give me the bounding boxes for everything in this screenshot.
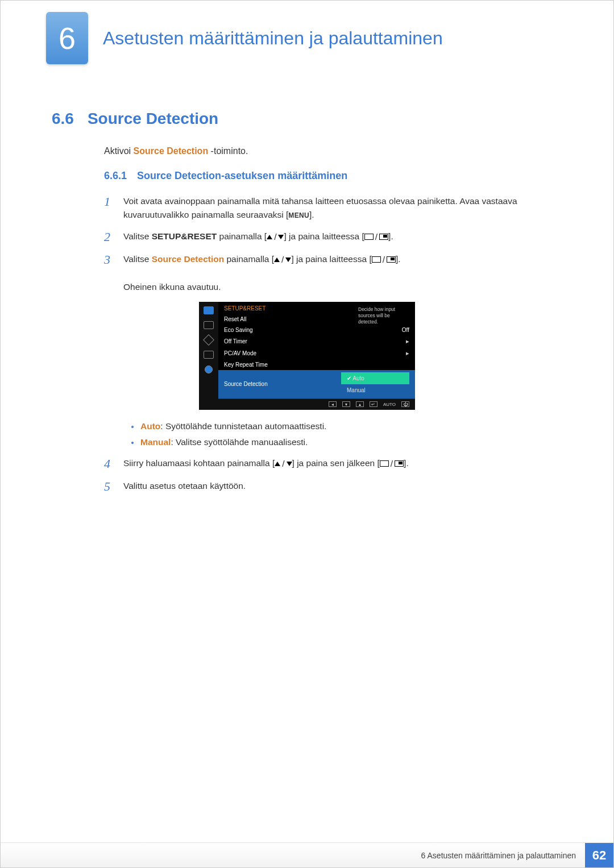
chapter-number-badge: 6 (46, 12, 88, 64)
osd-sidebar-icon (205, 366, 213, 373)
up-down-icon: / (267, 230, 284, 244)
osd-sidebar-icon (204, 306, 214, 314)
osd-row-offtimer: Off Timer▸ (218, 335, 415, 347)
bullet-manual: Manual: Valitse syöttölähde manuaalisest… (131, 437, 562, 447)
step-num-4: 4 (104, 456, 114, 471)
osd-power-icon: ⏻ (401, 401, 409, 407)
osd-auto-label: AUTO (383, 402, 396, 407)
step-3: 3 Valitse Source Detection painamalla [ … (104, 252, 562, 294)
intro-text: Aktivoi Source Detection -toiminto. (104, 146, 562, 156)
step-list-continued: 4 Siirry haluamaasi kohtaan painamalla [… (104, 456, 562, 494)
footer-chapter-label: 6 Asetusten määrittäminen ja palauttamin… (421, 851, 576, 860)
up-down-icon: / (274, 253, 291, 267)
osd-option-manual: Manual (341, 384, 409, 396)
osd-sidebar-icon (203, 334, 214, 346)
osd-nav-down-icon: ▾ (342, 401, 350, 407)
osd-nav-up-icon: ▴ (356, 401, 364, 407)
osd-row-source-detection: Source Detection Auto Manual (218, 370, 415, 398)
select-icon: / (364, 230, 388, 244)
osd-row-pcav: PC/AV Mode▸ (218, 347, 415, 359)
osd-submenu: Auto Manual (341, 372, 409, 396)
step-2: 2 Valitse SETUP&RESET painamalla [ / ] j… (104, 230, 562, 244)
select-icon: / (380, 457, 404, 471)
step-num-5: 5 (104, 479, 114, 494)
osd-sidebar (199, 302, 218, 410)
section-number: 6.6 (52, 110, 74, 128)
osd-row-eco: Eco SavingOff (218, 325, 415, 335)
option-bullets: Auto: Syöttölähde tunnistetaan automaatt… (131, 421, 562, 447)
page-footer: 6 Asetusten määrittäminen ja palauttamin… (1, 842, 613, 867)
select-icon: / (372, 253, 396, 267)
menu-label: MENU (288, 211, 309, 219)
chapter-title: Asetusten määrittäminen ja palauttaminen (103, 28, 443, 49)
subsection-heading: 6.6.1 Source Detection-asetuksen määritt… (104, 170, 562, 182)
osd-footer: ◂ ▾ ▴ ↵ AUTO ⏻ (218, 398, 415, 410)
osd-option-auto: Auto (341, 372, 409, 384)
step-num-2: 2 (104, 230, 114, 244)
osd-sidebar-icon (204, 321, 214, 329)
osd-nav-enter-icon: ↵ (370, 401, 377, 407)
subsection-title: Source Detection-asetuksen määrittäminen (137, 170, 347, 182)
step-num-3: 3 (104, 252, 114, 267)
osd-description: Decide how input sources will be detecte… (358, 306, 409, 325)
osd-menu: SETUP&RESET Reset All Eco SavingOff Off … (199, 302, 415, 410)
up-down-icon: / (275, 457, 292, 471)
step-4: 4 Siirry haluamaasi kohtaan painamalla [… (104, 456, 562, 471)
step-list: 1 Voit avata avainoppaan painamalla mitä… (104, 194, 562, 294)
osd-row-keyrepeat: Key Repeat Time (218, 359, 415, 370)
section-heading: 6.6 Source Detection (52, 110, 562, 128)
subsection-number: 6.6.1 (104, 170, 127, 182)
step-num-1: 1 (104, 194, 114, 209)
section-title: Source Detection (88, 110, 218, 128)
page-number: 62 (585, 843, 613, 867)
osd-nav-left-icon: ◂ (329, 401, 337, 407)
bullet-auto: Auto: Syöttölähde tunnistetaan automaatt… (131, 421, 562, 431)
osd-sidebar-icon (204, 351, 214, 359)
step-5: 5 Valittu asetus otetaan käyttöön. (104, 479, 562, 494)
step-1: 1 Voit avata avainoppaan painamalla mitä… (104, 194, 562, 222)
page-header: 6 Asetusten määrittäminen ja palauttamin… (1, 1, 613, 64)
